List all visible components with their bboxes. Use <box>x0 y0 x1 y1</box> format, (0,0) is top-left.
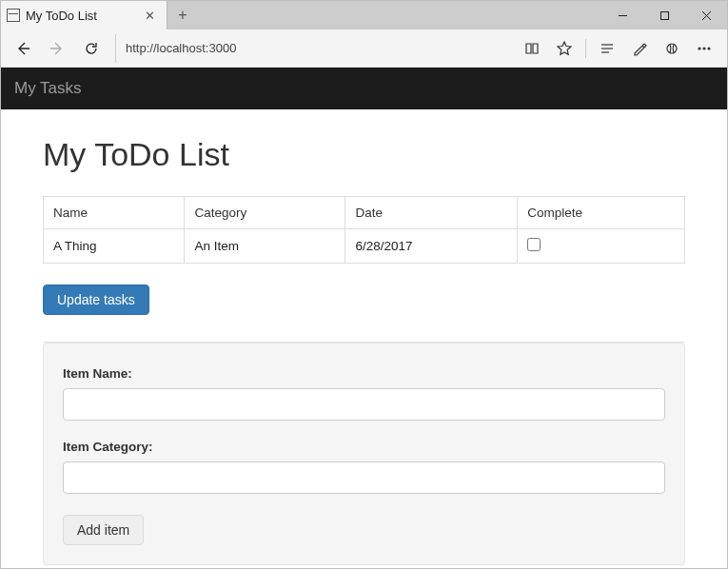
share-icon[interactable] <box>657 34 687 63</box>
tab-title: My ToDo List <box>26 9 97 23</box>
svg-point-9 <box>703 48 705 49</box>
more-icon[interactable] <box>689 34 719 63</box>
complete-checkbox[interactable] <box>527 238 541 251</box>
navbar-brand[interactable]: My Tasks <box>1 68 727 109</box>
address-bar[interactable]: http://localhost:3000 <box>115 34 511 63</box>
table-header-row: Name Category Date Complete <box>44 197 685 229</box>
forward-button[interactable] <box>43 34 71 63</box>
maximize-button[interactable] <box>643 1 685 29</box>
minimize-button[interactable] <box>601 1 643 29</box>
notes-icon[interactable] <box>624 34 655 63</box>
refresh-button[interactable] <box>77 34 106 63</box>
back-button[interactable] <box>9 34 37 63</box>
col-category: Category <box>185 197 345 229</box>
update-tasks-button[interactable]: Update tasks <box>43 284 149 315</box>
col-complete: Complete <box>518 197 685 229</box>
add-item-button[interactable]: Add item <box>63 515 144 545</box>
svg-point-8 <box>698 48 700 49</box>
item-category-label: Item Category: <box>63 440 665 454</box>
close-tab-icon[interactable]: ✕ <box>141 9 159 23</box>
item-category-input[interactable] <box>63 461 665 494</box>
col-date: Date <box>345 197 518 229</box>
page-icon <box>7 9 20 22</box>
hub-icon[interactable] <box>592 34 622 63</box>
svg-point-7 <box>667 44 677 53</box>
cell-category: An Item <box>185 229 345 264</box>
favorite-icon[interactable] <box>549 34 580 63</box>
url-text: http://localhost:3000 <box>126 41 236 55</box>
cell-date: 6/28/2017 <box>345 229 518 264</box>
reading-view-icon[interactable] <box>517 34 547 63</box>
item-name-input[interactable] <box>63 388 665 421</box>
page-title: My ToDo List <box>43 136 685 173</box>
cell-complete <box>518 229 685 264</box>
svg-rect-1 <box>660 11 668 19</box>
col-name: Name <box>44 197 185 229</box>
window-title-bar: My ToDo List ✕ + <box>1 1 727 29</box>
tasks-table: Name Category Date Complete A ThingAn It… <box>43 196 685 264</box>
cell-name: A Thing <box>44 229 185 264</box>
item-name-label: Item Name: <box>63 366 665 381</box>
table-row: A ThingAn Item6/28/2017 <box>44 229 685 264</box>
add-item-form: Item Name: Item Category: Add item <box>43 343 685 565</box>
new-tab-button[interactable]: + <box>167 1 198 29</box>
browser-toolbar: http://localhost:3000 <box>1 29 727 68</box>
close-window-button[interactable] <box>685 1 727 29</box>
svg-point-10 <box>708 48 710 49</box>
page-viewport: My Tasks My ToDo List Name Category Date… <box>1 68 727 568</box>
browser-tab[interactable]: My ToDo List ✕ <box>1 1 167 29</box>
toolbar-separator <box>585 39 586 58</box>
